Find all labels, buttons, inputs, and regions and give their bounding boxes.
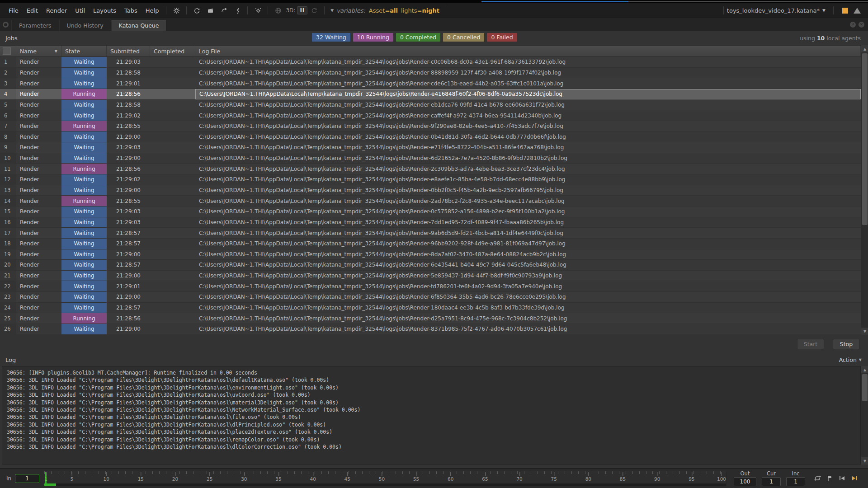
column-header-completed[interactable]: Completed [150, 46, 195, 56]
column-header-state[interactable]: State [61, 46, 107, 56]
redo-arrow-icon[interactable] [218, 5, 230, 15]
table-scrollbar[interactable]: ▲ ▼ [861, 45, 868, 335]
table-row[interactable]: 25 Render Running 21:28:56 C:\Users\JORD… [0, 313, 861, 324]
tab-parameters[interactable]: Parameters [11, 20, 59, 31]
start-button[interactable]: Start [797, 339, 824, 349]
scrollbar-thumb[interactable] [862, 53, 868, 225]
select-all-box[interactable] [3, 47, 11, 55]
table-row[interactable]: 24 Render Waiting 21:28:57 C:\Users\JORD… [0, 303, 861, 314]
queue-actions: Start Stop [0, 338, 868, 351]
increment-input[interactable]: 1 [786, 477, 805, 486]
warning-icon[interactable] [854, 8, 861, 14]
menu-item[interactable]: Tabs [120, 7, 142, 14]
table-row[interactable]: 6 Render Waiting 21:29:02 C:\Users\JORDA… [0, 110, 861, 121]
cell-logfile: C:\Users\JORDAN~1.THI\AppData\Local\Temp… [195, 313, 861, 324]
jump-to-start-icon[interactable] [839, 475, 845, 481]
focus-indicator-bar [481, 1, 628, 2]
cell-state: Waiting [61, 292, 107, 302]
in-frame-input[interactable]: 1 [15, 474, 39, 483]
table-row[interactable]: 4 Render Running 21:28:56 C:\Users\JORDA… [0, 89, 861, 100]
column-header-submitted[interactable]: Submitted [107, 46, 150, 56]
scroll-down-icon[interactable]: ▼ [861, 457, 868, 465]
stop-button[interactable]: Stop [833, 339, 860, 349]
table-row[interactable]: 21 Render Waiting 21:29:00 C:\Users\JORD… [0, 271, 861, 282]
table-row[interactable]: 23 Render Waiting 21:29:00 C:\Users\JORD… [0, 292, 861, 303]
table-row[interactable]: 8 Render Waiting 21:29:00 C:\Users\JORDA… [0, 131, 861, 142]
detach-panel-icon[interactable]: ↗ [850, 22, 856, 28]
table-row[interactable]: 18 Render Waiting 21:28:57 C:\Users\JORD… [0, 239, 861, 249]
cell-submitted: 21:28:56 [107, 89, 150, 99]
table-row[interactable]: 9 Render Waiting 21:29:03 C:\Users\JORDA… [0, 142, 861, 153]
menubar: File Edit Render Util Layouts Tabs Help … [0, 3, 868, 18]
table-row[interactable]: 15 Render Waiting 21:29:03 C:\Users\JORD… [0, 206, 861, 217]
divider [723, 6, 724, 14]
log-scrollbar[interactable]: ▲ ▼ [861, 366, 868, 465]
pause-icon[interactable]: II [297, 6, 307, 14]
cell-submitted: 21:28:56 [107, 313, 150, 324]
table-row[interactable]: 7 Render Running 21:28:55 C:\Users\JORDA… [0, 121, 861, 132]
table-row[interactable]: 11 Render Running 21:28:56 C:\Users\JORD… [0, 164, 861, 174]
table-row[interactable]: 12 Render Waiting 21:29:02 C:\Users\JORD… [0, 174, 861, 185]
chevron-down-icon[interactable]: ▼ [822, 8, 826, 13]
cell-logfile: C:\Users\JORDAN~1.THI\AppData\Local\Temp… [195, 57, 861, 67]
out-frame-input[interactable]: 100 [734, 477, 756, 486]
cell-completed [150, 121, 195, 131]
cell-state: Waiting [61, 260, 107, 270]
menu-item[interactable]: Util [71, 7, 89, 14]
tab-undo-history[interactable]: Undo History [59, 20, 111, 31]
lighting-hook-icon[interactable] [231, 5, 243, 15]
ruler-tick-label: 35 [275, 476, 281, 482]
agents-count: 10 [817, 35, 825, 42]
table-row[interactable]: 14 Render Running 21:28:55 C:\Users\JORD… [0, 196, 861, 206]
graph-state-variables[interactable]: ▼ variables: Asset=all lights=night [330, 7, 443, 14]
row-number: 26 [0, 324, 16, 334]
table-row[interactable]: 20 Render Waiting 21:28:57 C:\Users\JORD… [0, 260, 861, 271]
cell-state: Waiting [61, 131, 107, 142]
table-row[interactable]: 5 Render Waiting 21:28:58 C:\Users\JORDA… [0, 100, 861, 111]
clapperboard-icon[interactable] [204, 5, 216, 15]
menu-item[interactable]: File [5, 7, 23, 14]
scroll-up-icon[interactable]: ▲ [861, 366, 868, 373]
cell-state: Waiting [61, 100, 107, 110]
menu-item[interactable]: Layouts [89, 7, 120, 14]
ruler-tick-label: 90 [654, 476, 660, 482]
loop-playback-icon[interactable] [814, 475, 821, 482]
jump-to-end-icon[interactable] [851, 475, 858, 481]
cell-completed [150, 89, 195, 99]
column-header-name[interactable]: Name▼ [16, 46, 61, 56]
action-dropdown[interactable]: Action ▼ [839, 357, 862, 363]
table-row[interactable]: 13 Render Waiting 21:29:00 C:\Users\JORD… [0, 185, 861, 196]
table-row[interactable]: 19 Render Waiting 21:29:00 C:\Users\JORD… [0, 249, 861, 260]
tab-katana-queue[interactable]: Katana Queue [111, 20, 167, 31]
frame-ruler[interactable]: 1510152025303540455055606570758085909510… [44, 471, 726, 486]
cell-submitted: 21:29:03 [107, 206, 150, 217]
table-row[interactable]: 22 Render Waiting 21:29:01 C:\Users\JORD… [0, 281, 861, 292]
table-row[interactable]: 10 Render Waiting 21:29:00 C:\Users\JORD… [0, 153, 861, 164]
log-line: 30656: 3DL INFO Loaded "C:\Program Files… [7, 413, 860, 421]
menu-item[interactable]: Render [42, 7, 71, 14]
table-row[interactable]: 26 Render Waiting 21:29:00 C:\Users\JORD… [0, 324, 861, 335]
table-row[interactable]: 16 Render Waiting 21:29:03 C:\Users\JORD… [0, 217, 861, 228]
menu-item[interactable]: Help [142, 7, 163, 14]
scrollbar-thumb[interactable] [862, 374, 868, 401]
row-number: 20 [0, 260, 16, 270]
table-row[interactable]: 2 Render Waiting 21:28:58 C:\Users\JORDA… [0, 68, 861, 79]
header-corner[interactable] [0, 46, 16, 56]
panel-pin-icon[interactable]: ● [3, 22, 9, 28]
menu-item[interactable]: Edit [23, 7, 42, 14]
autosave-status-icon[interactable] [842, 8, 848, 14]
globe-icon[interactable] [272, 5, 284, 15]
settings-gear-icon[interactable] [170, 5, 182, 15]
table-row[interactable]: 17 Render Waiting 21:28:57 C:\Users\JORD… [0, 228, 861, 239]
performance-gear-icon[interactable] [252, 5, 264, 15]
table-row[interactable]: 3 Render Waiting 21:29:01 C:\Users\JORDA… [0, 78, 861, 89]
column-header-logfile[interactable]: Log File [195, 46, 861, 56]
close-panel-icon[interactable]: ✕ [859, 22, 864, 28]
scroll-up-icon[interactable]: ▲ [861, 45, 868, 52]
table-row[interactable]: 1 Render Waiting 21:29:03 C:\Users\JORDA… [0, 57, 861, 68]
scroll-down-icon[interactable]: ▼ [861, 328, 868, 335]
flag-marker-icon[interactable] [827, 475, 833, 482]
current-frame-input[interactable]: 1 [762, 477, 781, 486]
render-cycle-icon[interactable] [191, 5, 203, 15]
sync-icon[interactable] [308, 5, 320, 15]
